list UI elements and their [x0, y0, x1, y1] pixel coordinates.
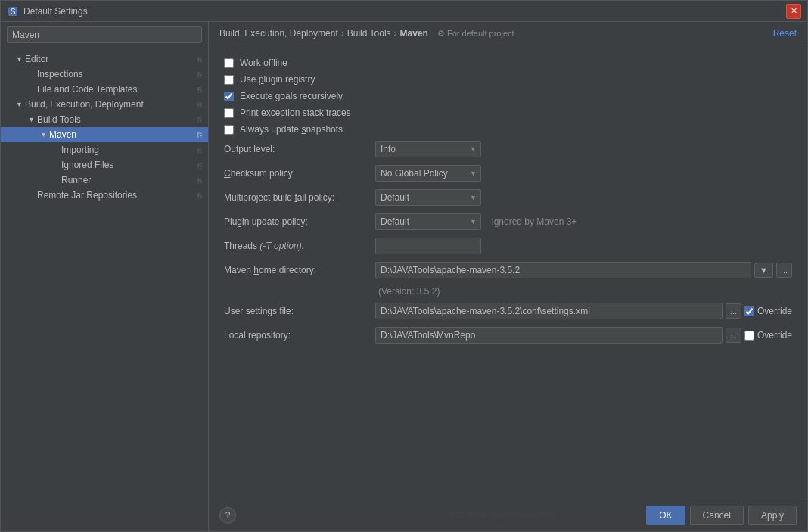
breadcrumb-part-3: Maven	[400, 28, 428, 39]
close-button[interactable]: ✕	[786, 4, 801, 19]
user-settings-override: Override	[744, 306, 792, 316]
sidebar-item-importing[interactable]: Importing ⎘	[1, 142, 208, 157]
copy-icon-editor: ⎘	[197, 55, 202, 64]
user-settings-row: User settings file: ... Override	[224, 303, 792, 319]
maven-home-row: Maven home directory: ▼ ...	[224, 262, 792, 278]
work-offline-checkbox[interactable]	[224, 58, 234, 68]
checkbox-plugin-registry: Use plugin registry	[224, 74, 792, 85]
multiproject-policy-label: Multiproject build fail policy:	[224, 192, 375, 203]
output-level-label: Output level:	[224, 144, 375, 154]
print-exception-checkbox[interactable]	[224, 108, 234, 118]
plugin-update-policy-select[interactable]: Default Always Never	[375, 213, 481, 230]
plugin-update-note: ignored by Maven 3+	[492, 216, 576, 227]
checksum-policy-select[interactable]: No Global Policy Warn Fail	[375, 165, 481, 182]
user-settings-control: ... Override	[375, 303, 792, 319]
copy-icon-importing: ⎘	[197, 146, 202, 154]
runner-label: Runner	[61, 175, 194, 185]
multiproject-policy-control: Default Always Never	[375, 189, 481, 206]
maven-home-control: ▼ ...	[375, 262, 792, 278]
cancel-button[interactable]: Cancel	[690, 506, 744, 525]
plugin-update-policy-label: Plugin update policy:	[224, 216, 375, 227]
always-update-checkbox[interactable]	[224, 125, 234, 135]
local-repository-override-checkbox[interactable]	[744, 331, 754, 341]
checkbox-print-exception: Print exception stack traces	[224, 107, 792, 118]
sidebar-item-build-exec[interactable]: ▼ Build, Execution, Deployment ⎘	[1, 97, 208, 112]
ok-button[interactable]: OK	[646, 506, 685, 525]
local-repository-input[interactable]	[375, 327, 723, 344]
copy-icon-file-templates: ⎘	[197, 86, 202, 94]
bottom-bar: ? http://blog.csdn.net/jackzoon OK Cance…	[209, 499, 807, 531]
arrow-editor: ▼	[16, 55, 25, 63]
local-repository-row: Local repository: ... Override	[224, 327, 792, 344]
plugin-update-policy-select-wrapper: Default Always Never	[375, 213, 481, 230]
file-templates-label: File and Code Templates	[37, 84, 194, 95]
help-button[interactable]: ?	[219, 507, 236, 524]
user-settings-browse-button[interactable]: ...	[726, 303, 741, 319]
output-level-select-wrapper: Info Debug Error	[375, 141, 481, 157]
search-input[interactable]	[7, 26, 202, 43]
svg-text:S: S	[11, 8, 16, 16]
maven-version-text: (Version: 3.5.2)	[224, 286, 792, 297]
copy-icon-inspections: ⎘	[197, 70, 202, 79]
threads-control	[375, 238, 481, 254]
local-repository-browse-button[interactable]: ...	[726, 328, 741, 343]
importing-label: Importing	[61, 145, 194, 155]
checkbox-execute-goals: Execute goals recursively	[224, 91, 792, 101]
plugin-update-policy-row: Plugin update policy: Default Always Nev…	[224, 213, 792, 230]
local-repository-label: Local repository:	[224, 330, 375, 341]
checksum-policy-label: Checksum policy:	[224, 168, 375, 179]
sidebar-item-file-templates[interactable]: File and Code Templates ⎘	[1, 82, 208, 97]
sidebar-item-build-tools[interactable]: ▼ Build Tools ⎘	[1, 112, 208, 127]
breadcrumb-part-2: Build Tools	[347, 28, 391, 39]
breadcrumb-sep-1: ›	[341, 28, 344, 39]
search-box	[1, 22, 208, 48]
local-repository-override-label: Override	[757, 330, 792, 341]
maven-home-dropdown-button[interactable]: ▼	[754, 263, 773, 278]
execute-goals-checkbox[interactable]	[224, 92, 234, 101]
main-window: S Default Settings ✕ ▼ Editor ⎘ Inspe	[0, 0, 808, 532]
local-repository-override: Override	[744, 330, 792, 341]
maven-home-browse-button[interactable]: ...	[776, 263, 792, 278]
reset-button[interactable]: Reset	[773, 28, 797, 39]
breadcrumb-sep-2: ›	[394, 28, 397, 39]
sidebar-item-ignored-files[interactable]: Ignored Files ⎘	[1, 157, 208, 173]
multiproject-policy-select[interactable]: Default Always Never	[375, 189, 481, 206]
plugin-registry-checkbox[interactable]	[224, 75, 234, 85]
threads-row: Threads (-T option).	[224, 238, 792, 254]
checksum-policy-row: Checksum policy: No Global Policy Warn F…	[224, 165, 792, 182]
multiproject-policy-select-wrapper: Default Always Never	[375, 189, 481, 206]
user-settings-label: User settings file:	[224, 306, 375, 316]
threads-label: Threads (-T option).	[224, 241, 375, 251]
remote-jar-label: Remote Jar Repositories	[37, 190, 194, 201]
threads-input[interactable]	[375, 238, 481, 254]
output-level-row: Output level: Info Debug Error	[224, 141, 792, 157]
apply-button[interactable]: Apply	[748, 506, 797, 525]
main-content: ▼ Editor ⎘ Inspections ⎘ File and Code T…	[1, 22, 807, 531]
user-settings-input[interactable]	[375, 303, 723, 319]
checkbox-work-offline: Work offline	[224, 58, 792, 68]
sidebar-item-editor[interactable]: ▼ Editor ⎘	[1, 51, 208, 67]
always-update-label: Always update snapshots	[240, 124, 343, 135]
execute-goals-label: Execute goals recursively	[240, 91, 343, 101]
breadcrumb-note: For default project	[437, 29, 514, 39]
checksum-policy-select-wrapper: No Global Policy Warn Fail	[375, 165, 481, 182]
user-settings-override-checkbox[interactable]	[744, 306, 754, 316]
sidebar-item-inspections[interactable]: Inspections ⎘	[1, 67, 208, 82]
right-panel: Build, Execution, Deployment › Build Too…	[209, 22, 807, 531]
output-level-select[interactable]: Info Debug Error	[375, 141, 481, 157]
dialog-buttons: OK Cancel Apply	[646, 506, 797, 525]
plugin-update-policy-control: Default Always Never ignored by Maven 3+	[375, 213, 576, 230]
copy-icon-build-tools: ⎘	[197, 116, 202, 124]
ignored-files-label: Ignored Files	[61, 160, 194, 170]
breadcrumb-part-1: Build, Execution, Deployment	[219, 28, 338, 39]
maven-label: Maven	[49, 129, 194, 140]
sidebar-item-remote-jar[interactable]: Remote Jar Repositories ⎘	[1, 188, 208, 203]
maven-home-input[interactable]	[375, 262, 751, 278]
sidebar: ▼ Editor ⎘ Inspections ⎘ File and Code T…	[1, 22, 209, 531]
sidebar-item-runner[interactable]: Runner ⎘	[1, 173, 208, 188]
copy-icon-remote-jar: ⎘	[197, 191, 202, 200]
checksum-policy-control: No Global Policy Warn Fail	[375, 165, 481, 182]
arrow-maven: ▼	[40, 131, 49, 138]
sidebar-item-maven[interactable]: ▼ Maven ⎘	[1, 127, 208, 142]
inspections-label: Inspections	[37, 69, 194, 79]
